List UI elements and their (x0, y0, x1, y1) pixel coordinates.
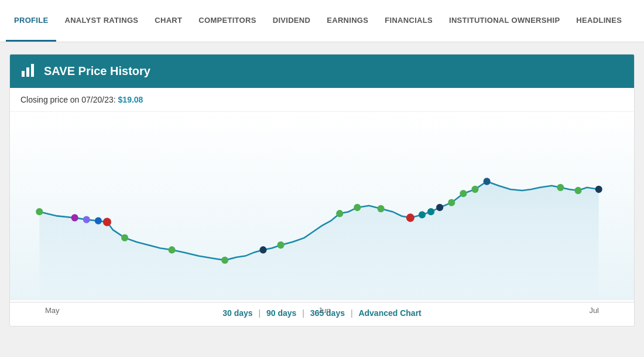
svg-point-9 (354, 204, 361, 211)
svg-point-24 (406, 213, 415, 222)
x-label-jul: Jul (589, 306, 599, 315)
chart-subheader: Closing price on 07/20/23: $19.08 (10, 88, 634, 112)
svg-point-6 (221, 257, 228, 264)
x-label-jun: Jun (318, 306, 330, 315)
svg-point-21 (484, 178, 491, 185)
chart-header: SAVE Price History (10, 55, 634, 88)
x-axis-labels: May Jun Jul (10, 302, 634, 315)
main-content: SAVE Price History Closing price on 07/2… (0, 42, 644, 338)
nav-item-financials[interactable]: FINANCIALS (376, 0, 441, 42)
svg-point-4 (121, 234, 128, 241)
chart-card: SAVE Price History Closing price on 07/2… (9, 54, 635, 327)
svg-point-11 (448, 199, 455, 206)
svg-point-5 (169, 246, 176, 253)
chart-title: SAVE Price History (44, 64, 150, 78)
svg-point-15 (574, 187, 581, 194)
nav-item-headlines[interactable]: HEADLINES (568, 0, 630, 42)
nav-item-profile[interactable]: PROFILE (6, 0, 56, 42)
chart-icon (20, 63, 37, 80)
closing-price: $19.08 (118, 95, 143, 104)
price-chart-svg (10, 118, 634, 300)
svg-point-8 (336, 210, 343, 217)
nav-item-analyst-ratings[interactable]: ANALYST RATINGS (56, 0, 146, 42)
svg-rect-1 (26, 67, 29, 77)
chart-area: May Jun Jul (10, 112, 634, 300)
nav-item-earnings[interactable]: EARNINGS (318, 0, 376, 42)
svg-point-14 (557, 184, 564, 191)
svg-point-13 (471, 186, 478, 193)
svg-rect-2 (31, 64, 34, 77)
svg-point-22 (595, 186, 602, 193)
svg-point-16 (71, 214, 78, 221)
svg-point-17 (83, 216, 90, 223)
svg-point-19 (259, 246, 266, 253)
nav-item-institutional-ownership[interactable]: INSTITUTIONAL OWNERSHIP (441, 0, 568, 42)
svg-point-20 (436, 204, 443, 211)
svg-point-7 (278, 242, 285, 249)
svg-point-12 (460, 190, 467, 197)
nav-item-competitors[interactable]: COMPETITORS (190, 0, 264, 42)
svg-point-3 (36, 208, 43, 215)
nav-bar: PROFILE ANALYST RATINGS CHART COMPETITOR… (0, 0, 644, 42)
svg-point-23 (103, 218, 111, 226)
svg-point-10 (378, 205, 385, 212)
nav-item-chart[interactable]: CHART (146, 0, 190, 42)
svg-point-26 (427, 208, 434, 215)
svg-rect-0 (22, 71, 25, 77)
svg-point-25 (419, 211, 426, 218)
closing-label: Closing price on 07/20/23: (20, 95, 116, 104)
nav-item-dividend[interactable]: DIVIDEND (265, 0, 319, 42)
svg-point-18 (95, 217, 102, 224)
x-label-may: May (45, 306, 60, 315)
